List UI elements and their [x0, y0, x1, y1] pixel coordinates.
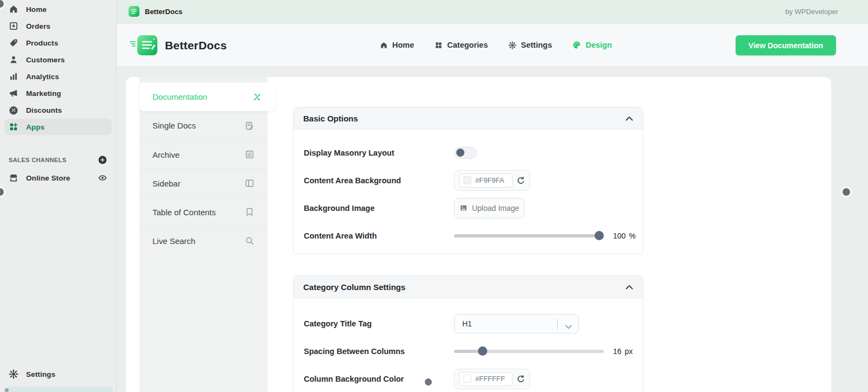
setting-row-title-tag: Category Title Tag H1	[293, 310, 643, 337]
betterdocs-logo-icon	[129, 6, 139, 17]
nav-item-categories[interactable]: Categories	[435, 41, 488, 49]
layout-columns-icon	[245, 178, 254, 188]
tab-sidebar[interactable]: Sidebar	[139, 169, 267, 197]
sidebar-item-settings[interactable]: Settings	[0, 365, 116, 383]
sidebar-item-label: Marketing	[26, 89, 61, 98]
panel-title: Basic Options	[303, 114, 626, 123]
setting-row-masonry: Display Masonry Layout	[293, 139, 643, 166]
tab-live-search[interactable]: Live Search	[139, 226, 267, 255]
setting-label: Category Title Tag	[304, 319, 454, 328]
slider-fill	[454, 234, 604, 237]
tab-label: Single Docs	[152, 121, 196, 130]
setting-row-bg-image: Background Image Upload Image	[293, 194, 643, 222]
tab-label: Table of Contents	[152, 208, 216, 217]
gear-icon	[9, 369, 18, 379]
slider-fill	[454, 350, 480, 353]
tab-label: Live Search	[152, 236, 195, 246]
tab-single-docs[interactable]: Single Docs	[139, 111, 267, 140]
color-hex-value: #F9F9FA	[475, 176, 504, 184]
sidebar-item-label: Customers	[26, 56, 65, 64]
slider-unit: px	[625, 347, 633, 356]
orders-icon	[9, 21, 18, 31]
toggle-knob	[456, 149, 464, 157]
slider-handle[interactable]	[595, 231, 604, 240]
store-profile-chip[interactable]	[3, 387, 113, 392]
apps-icon	[9, 122, 18, 132]
nav-item-home[interactable]: Home	[380, 41, 414, 49]
home-icon	[9, 4, 18, 14]
tools-icon	[252, 92, 262, 102]
nav-item-label: Home	[392, 41, 414, 49]
sidebar-item-marketing[interactable]: Marketing	[0, 85, 116, 101]
customers-icon	[9, 55, 18, 65]
topbar-app-name: BetterDocs	[145, 8, 182, 16]
masonry-toggle[interactable]	[454, 147, 477, 159]
sidebar-item-analytics[interactable]: Analytics	[0, 68, 116, 85]
color-swatch[interactable]	[463, 375, 471, 383]
search-icon	[245, 236, 254, 246]
sidebar-item-apps[interactable]: Apps	[4, 119, 112, 135]
color-hex-field[interactable]: #FFFFFF	[459, 372, 513, 386]
tab-label: Sidebar	[152, 179, 181, 188]
storefront-icon	[9, 173, 18, 183]
image-icon	[459, 204, 468, 212]
sidebar-item-label: Online Store	[26, 174, 70, 182]
select-value: H1	[462, 319, 472, 328]
chevron-up-icon[interactable]	[626, 116, 633, 121]
betterdocs-logo-icon	[137, 35, 157, 55]
sidebar-item-customers[interactable]: Customers	[0, 52, 116, 68]
products-icon	[9, 38, 18, 48]
nav-item-label: Categories	[447, 41, 488, 49]
chevron-down-icon	[565, 322, 572, 331]
slider-unit: %	[629, 232, 635, 240]
category-title-tag-select[interactable]: H1	[454, 314, 579, 333]
select-divider	[557, 319, 558, 330]
sales-channels-header: SALES CHANNELS	[0, 153, 116, 166]
plus-circle-icon[interactable]	[98, 155, 107, 165]
chevron-up-icon[interactable]	[626, 285, 633, 290]
eye-icon[interactable]	[98, 173, 107, 183]
shopify-sidebar: Home Orders Products Customers Analytics…	[0, 0, 117, 392]
sidebar-item-online-store[interactable]: Online Store	[0, 170, 116, 186]
sidebar-item-home[interactable]: Home	[0, 1, 116, 17]
right-edge-handle[interactable]	[843, 188, 850, 196]
panel-header[interactable]: Basic Options	[293, 107, 643, 130]
settings-card: Documentation Single Docs Archive Sideba…	[126, 77, 831, 392]
main-area: Documentation Single Docs Archive Sideba…	[117, 67, 868, 392]
color-swatch[interactable]	[463, 176, 471, 184]
tab-documentation[interactable]: Documentation	[139, 82, 275, 111]
setting-row-spacing: Spacing Between Columns 16px	[293, 337, 643, 365]
setting-label: Spacing Between Columns	[304, 347, 454, 356]
doc-list-icon	[245, 150, 254, 159]
nav-item-settings[interactable]: Settings	[508, 41, 552, 49]
sidebar-item-label: Analytics	[26, 73, 59, 81]
column-spacing-slider[interactable]	[454, 350, 604, 353]
view-documentation-button[interactable]: View Documentation	[736, 35, 836, 55]
color-hex-field[interactable]: #F9F9FA	[459, 173, 513, 188]
content-width-slider[interactable]	[454, 234, 604, 237]
gear-icon	[508, 41, 516, 49]
tab-archive[interactable]: Archive	[139, 140, 267, 169]
tab-table-of-contents[interactable]: Table of Contents	[139, 197, 267, 226]
upload-image-label: Upload Image	[472, 204, 519, 213]
setting-label: Content Area Background	[304, 176, 454, 185]
betterdocs-header: BetterDocs Home Categories Settings Desi…	[117, 23, 868, 67]
upload-image-button[interactable]: Upload Image	[454, 198, 525, 219]
sidebar-item-discounts[interactable]: Discounts	[0, 102, 116, 118]
content-bg-color-input[interactable]: #F9F9FA	[454, 170, 530, 191]
panel-basic-options: Basic Options Display Masonry Layout Con…	[293, 107, 643, 254]
sidebar-item-label: Products	[26, 39, 58, 47]
nav-item-design[interactable]: Design	[572, 41, 611, 49]
slider-handle[interactable]	[478, 346, 487, 356]
column-bg-color-input[interactable]: #FFFFFF	[454, 369, 530, 389]
reset-icon[interactable]	[516, 375, 525, 383]
panel-header[interactable]: Category Column Settings	[293, 276, 643, 298]
sidebar-item-products[interactable]: Products	[0, 35, 116, 51]
reset-icon[interactable]	[516, 176, 525, 185]
doc-tabs: Documentation Single Docs Archive Sideba…	[139, 77, 267, 392]
setting-row-content-bg: Content Area Background #F9F9FA	[293, 166, 643, 194]
setting-label: Background Image	[304, 204, 454, 213]
sidebar-item-orders[interactable]: Orders	[0, 18, 116, 34]
slider-value: 100%	[613, 232, 636, 240]
panel-category-column-settings: Category Column Settings Category Title …	[293, 275, 643, 392]
